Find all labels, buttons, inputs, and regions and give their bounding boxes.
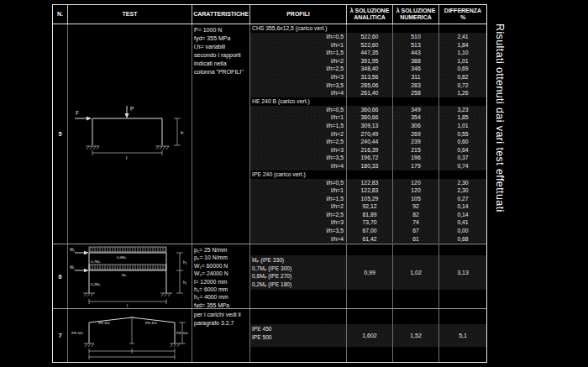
characteristic-line: colonna "PROFILI" <box>194 68 249 76</box>
test-6-analytical-cell: 0,99 <box>347 244 393 308</box>
characteristic-line: paragrafo 3.2.7 <box>194 319 249 328</box>
analytical-value: 309,13 <box>347 122 393 130</box>
analytical-value: 105,29 <box>347 195 393 203</box>
analytical-value: 122,83 <box>347 186 393 195</box>
frame-outline <box>92 118 162 145</box>
difference-value: 0,74 <box>439 162 486 170</box>
analytical-value: 447,35 <box>347 49 393 57</box>
analytical-value: 313,56 <box>347 73 393 81</box>
table-row: l/h=0,5522,605102,41 <box>250 33 486 41</box>
difference-value: 0,14 <box>439 211 486 219</box>
test-6-diagram-cell: W₂ W₁ 0,6Mₚ 0,7Mₚ Mₚ 0,2Mₚ h₂ h₁ l <box>68 244 192 308</box>
support-hatch-right <box>160 293 172 296</box>
numerical-value: 179 <box>393 162 439 170</box>
table-row: l/h=1122,831202,30 <box>250 186 486 195</box>
table-row: l/h=2,5240,442390,60 <box>250 138 486 146</box>
member-label-lower-column: 0,2Mₚ <box>91 282 101 286</box>
profile-line: 0,7Mₚ (IPE 300) <box>252 265 291 273</box>
characteristic-line: p₁= 25 N/mm <box>194 246 249 254</box>
height-dimension-label: h <box>181 130 183 135</box>
wind-force-label-top: W₂ <box>70 248 75 252</box>
lh-ratio: l/h=4 <box>250 162 347 170</box>
wind-force-arrowhead-mid <box>84 269 89 272</box>
profile-line: IPE 450 <box>252 325 271 333</box>
table-row: l/h=3,5285,062830,72 <box>250 81 486 90</box>
lh-ratio: l/h=3,5 <box>250 154 347 162</box>
table-row: l/h=2,5348,403460,69 <box>250 65 486 73</box>
table-row: l/h=292,12920,14 <box>250 202 486 211</box>
header-soluzione-numerica-line1: λ SOLUZIONE <box>396 8 436 14</box>
portal-frame-diagram: F P h l <box>68 24 192 244</box>
empty-cell <box>347 170 393 179</box>
vertical-force-label: P <box>130 106 134 112</box>
numerical-value: 196 <box>393 154 439 162</box>
characteristic-line: p₂= 10 N/mm <box>194 254 249 261</box>
analytical-value: 348,40 <box>347 65 393 73</box>
table-row: l/h=0,5122,831202,30 <box>250 179 486 187</box>
analytical-value: 122,83 <box>347 179 393 187</box>
difference-value: 2,41 <box>439 33 486 41</box>
test-5-data-area: CHS 355,6x12,5 (carico vert.) l/h=0,5522… <box>250 24 486 244</box>
horizontal-force-arrowhead <box>87 117 92 121</box>
numerical-value: 67 <box>393 227 439 235</box>
full-span-dimension-line <box>89 354 175 359</box>
member-label-top-beam: 0,6Mₚ <box>117 255 127 260</box>
support-hatch-left <box>83 293 95 296</box>
table-row: l/h=1522,605131,84 <box>250 41 486 50</box>
difference-value: 2,30 <box>439 186 486 195</box>
table-row: l/h=1,5105,291050,27 <box>250 195 486 203</box>
analytical-value: 180,33 <box>347 162 393 170</box>
lh-ratio: l/h=1 <box>250 41 347 50</box>
numerical-value: 120 <box>393 179 439 187</box>
header-soluzione-numerica: λ SOLUZIONE NUMERICA <box>393 5 439 24</box>
lh-ratio: l/h=0,5 <box>250 33 347 41</box>
numerical-value: 510 <box>393 33 439 41</box>
analytical-value: 67,00 <box>347 227 393 235</box>
header-differenza-line2: % <box>460 14 465 21</box>
numerical-value: 92 <box>393 202 439 211</box>
empty-cell <box>347 97 393 106</box>
table-row: l/h=0,5360,663493,23 <box>250 106 486 114</box>
profile-line: Mₚ (IPE 330) <box>252 256 284 265</box>
table-row: l/h=1360,663541,85 <box>250 113 486 122</box>
test-6-characteristics: p₁= 25 N/mm p₂= 10 N/mm W₁= 60000 N W₂= … <box>192 244 250 308</box>
lh-ratio: l/h=2,5 <box>250 211 347 219</box>
difference-value: 0,00 <box>439 227 486 235</box>
numerical-value: 388 <box>393 57 439 66</box>
test-7-numerical-cell: 1,52 <box>393 309 439 362</box>
analytical-value: 285,06 <box>347 81 393 90</box>
table-row: l/h=373,70740,41 <box>250 218 486 227</box>
header-differenza: DIFFERENZA % <box>439 5 486 24</box>
table-row: l/h=3216,392150,64 <box>250 146 486 155</box>
analytical-value: 61,42 <box>347 235 393 244</box>
characteristic-line: W₁= 60000 N <box>194 262 249 270</box>
h1-dimension-label: h₁ <box>183 280 187 285</box>
horizontal-force-label: F <box>76 110 79 116</box>
characteristic-line: h₁= 6000 mm <box>194 286 249 293</box>
two-story-frame-diagram: W₂ W₁ 0,6Mₚ 0,7Mₚ Mₚ 0,2Mₚ h₂ h₁ l <box>68 244 192 308</box>
results-table: N. TEST CARATTERISTICHE PROFILI λ SOLUZI… <box>52 4 487 363</box>
test-6-numerical-cell: 1,02 <box>393 244 439 308</box>
characteristic-line: secondo i rapporti <box>194 51 249 60</box>
table-row: l/h=4180,331790,74 <box>250 162 486 170</box>
test-number-6: 6 <box>53 244 68 308</box>
test-row-5: 5 F P h l P= <box>53 24 486 244</box>
difference-value: 0,37 <box>439 154 486 162</box>
difference-value: 3,23 <box>439 106 486 114</box>
numerical-value: 306 <box>393 122 439 130</box>
table-row: l/h=2,581,89820,14 <box>250 211 486 219</box>
header-profili: PROFILI <box>250 5 347 24</box>
support-hatch-left <box>84 343 94 347</box>
characteristic-line: per i carichi vedi il <box>194 311 249 319</box>
page-caption: Risultati ottenuti dai vari test effettu… <box>494 24 506 267</box>
profile-list: IPE 450 IPE 500 <box>250 324 346 347</box>
support-hatch-right <box>170 343 180 347</box>
profile-group-title: CHS 355,6x12,5 (carico vert.) <box>250 24 347 33</box>
lh-ratio: l/h=2 <box>250 130 347 139</box>
column-label-left: IPE 500 <box>71 332 83 335</box>
lh-ratio: l/h=3 <box>250 73 347 81</box>
analytical-value: 391,95 <box>347 57 393 66</box>
analytical-value: 0,99 <box>347 255 392 290</box>
length-dimension-label: l <box>126 155 127 160</box>
empty-cell <box>439 97 486 106</box>
